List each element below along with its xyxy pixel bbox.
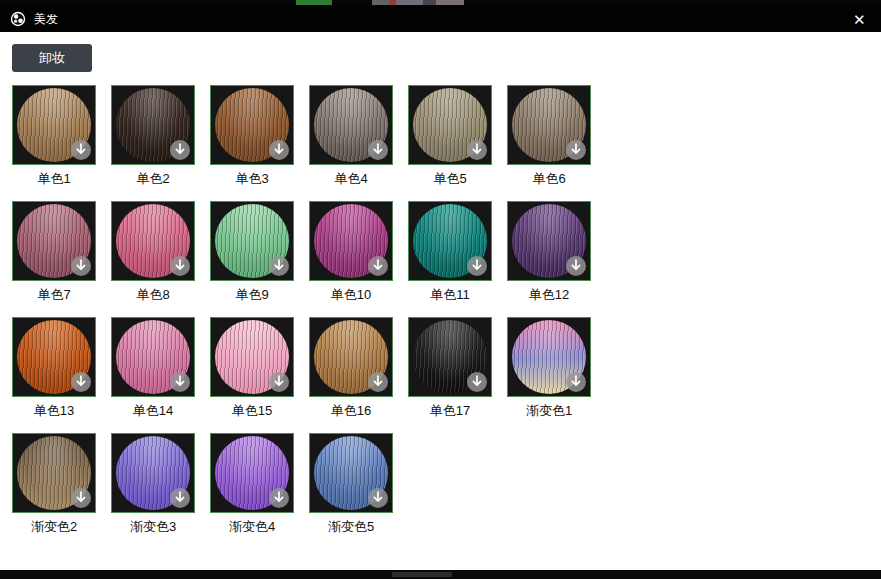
hair-style-item: 单色14 <box>111 317 195 420</box>
hair-style-tile[interactable] <box>408 85 492 165</box>
download-icon[interactable] <box>565 255 587 277</box>
hair-style-tile[interactable] <box>12 433 96 513</box>
dialog-content: 卸妆 单色1单色2单色3单色4单色5单色6单色7单色8单色9单色10单色11单色… <box>0 32 881 570</box>
download-icon[interactable] <box>367 487 389 509</box>
hair-style-tile[interactable] <box>210 201 294 281</box>
download-icon[interactable] <box>169 371 191 393</box>
hair-style-item: 单色16 <box>309 317 393 420</box>
hair-style-tile[interactable] <box>12 317 96 397</box>
hair-style-tile[interactable] <box>507 201 591 281</box>
download-icon[interactable] <box>268 139 290 161</box>
dialog-title: 美发 <box>34 11 58 28</box>
background-artifact <box>392 572 452 577</box>
hair-style-label: 单色14 <box>111 402 195 420</box>
hair-style-tile[interactable] <box>111 85 195 165</box>
dialog-titlebar: 美发 ✕ <box>0 6 881 32</box>
hair-style-label: 单色12 <box>507 286 591 304</box>
download-icon[interactable] <box>367 371 389 393</box>
hair-style-item: 单色8 <box>111 201 195 304</box>
hair-style-tile[interactable] <box>210 317 294 397</box>
hair-style-item: 单色1 <box>12 85 96 188</box>
hair-style-item: 渐变色3 <box>111 433 195 536</box>
hair-style-label: 渐变色3 <box>111 518 195 536</box>
hair-style-label: 单色17 <box>408 402 492 420</box>
hair-style-label: 单色3 <box>210 170 294 188</box>
hair-style-item: 单色10 <box>309 201 393 304</box>
hair-style-item: 单色4 <box>309 85 393 188</box>
download-icon[interactable] <box>268 371 290 393</box>
background-artifact <box>372 0 464 5</box>
hair-style-label: 单色1 <box>12 170 96 188</box>
hair-style-item: 渐变色5 <box>309 433 393 536</box>
hair-style-label: 单色4 <box>309 170 393 188</box>
hair-style-label: 单色11 <box>408 286 492 304</box>
hair-style-label: 单色2 <box>111 170 195 188</box>
hair-style-item: 单色7 <box>12 201 96 304</box>
hair-style-tile[interactable] <box>111 317 195 397</box>
hair-style-tile[interactable] <box>111 433 195 513</box>
hair-style-tile[interactable] <box>408 201 492 281</box>
hair-style-label: 单色7 <box>12 286 96 304</box>
hair-style-label: 单色15 <box>210 402 294 420</box>
download-icon[interactable] <box>268 255 290 277</box>
hair-style-label: 单色16 <box>309 402 393 420</box>
hair-style-tile[interactable] <box>408 317 492 397</box>
hair-style-item: 单色2 <box>111 85 195 188</box>
hair-style-label: 单色9 <box>210 286 294 304</box>
download-icon[interactable] <box>268 487 290 509</box>
hair-style-item: 单色3 <box>210 85 294 188</box>
hair-style-label: 渐变色1 <box>507 402 591 420</box>
download-icon[interactable] <box>565 139 587 161</box>
download-icon[interactable] <box>565 371 587 393</box>
hair-style-tile[interactable] <box>12 201 96 281</box>
download-icon[interactable] <box>169 255 191 277</box>
download-icon[interactable] <box>169 487 191 509</box>
hair-style-label: 渐变色2 <box>12 518 96 536</box>
hair-style-item: 单色13 <box>12 317 96 420</box>
background-app-strip-bottom <box>0 570 881 579</box>
download-icon[interactable] <box>70 255 92 277</box>
hair-style-label: 单色6 <box>507 170 591 188</box>
download-icon[interactable] <box>169 139 191 161</box>
close-button[interactable]: ✕ <box>847 8 871 30</box>
hair-style-label: 渐变色4 <box>210 518 294 536</box>
hair-style-item: 单色15 <box>210 317 294 420</box>
hair-style-label: 单色8 <box>111 286 195 304</box>
hair-style-tile[interactable] <box>210 433 294 513</box>
download-icon[interactable] <box>70 487 92 509</box>
hair-style-label: 单色10 <box>309 286 393 304</box>
hair-style-label: 渐变色5 <box>309 518 393 536</box>
hair-style-tile[interactable] <box>210 85 294 165</box>
hair-style-tile[interactable] <box>507 85 591 165</box>
download-icon[interactable] <box>367 139 389 161</box>
hair-style-item: 单色17 <box>408 317 492 420</box>
hair-style-tile[interactable] <box>309 85 393 165</box>
download-icon[interactable] <box>466 255 488 277</box>
hair-style-tile[interactable] <box>309 317 393 397</box>
download-icon[interactable] <box>367 255 389 277</box>
hair-style-tile[interactable] <box>309 201 393 281</box>
hair-style-tile[interactable] <box>507 317 591 397</box>
hair-style-tile[interactable] <box>111 201 195 281</box>
hair-grid: 单色1单色2单色3单色4单色5单色6单色7单色8单色9单色10单色11单色12单… <box>12 85 881 536</box>
hair-style-tile[interactable] <box>12 85 96 165</box>
hair-style-label: 单色5 <box>408 170 492 188</box>
hair-style-item: 单色11 <box>408 201 492 304</box>
hair-style-tile[interactable] <box>309 433 393 513</box>
remove-makeup-button[interactable]: 卸妆 <box>12 44 92 72</box>
download-icon[interactable] <box>70 139 92 161</box>
hair-style-item: 单色6 <box>507 85 591 188</box>
background-app-strip-top <box>0 0 881 6</box>
background-artifact <box>296 0 332 5</box>
hair-style-item: 单色9 <box>210 201 294 304</box>
hair-style-label: 单色13 <box>12 402 96 420</box>
obs-logo-icon <box>10 11 26 27</box>
download-icon[interactable] <box>70 371 92 393</box>
hair-style-item: 渐变色2 <box>12 433 96 536</box>
hair-style-item: 单色5 <box>408 85 492 188</box>
download-icon[interactable] <box>466 139 488 161</box>
download-icon[interactable] <box>466 371 488 393</box>
hair-style-item: 渐变色1 <box>507 317 591 420</box>
hair-style-item: 渐变色4 <box>210 433 294 536</box>
hair-style-item: 单色12 <box>507 201 591 304</box>
